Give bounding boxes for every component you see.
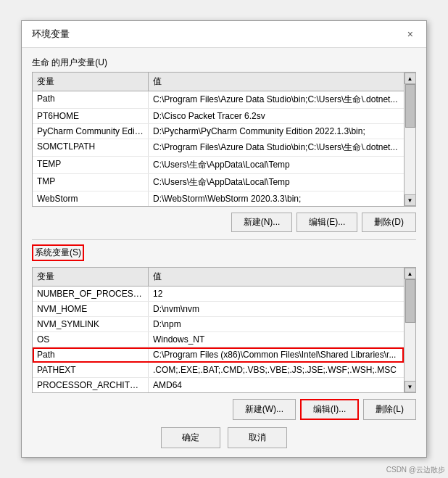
user-row-var: PyCharm Community Editi... bbox=[33, 124, 149, 139]
sys-row-val: C:\Program Files (x86)\Common Files\Inte… bbox=[149, 347, 404, 362]
system-scroll-up[interactable]: ▲ bbox=[405, 268, 416, 279]
user-row-val: C:\Users\生命\AppData\Local\Temp bbox=[149, 157, 404, 173]
user-row-var: Path bbox=[33, 91, 149, 108]
system-table-body: NUMBER_OF_PROCESSORS 12 NVM_HOME D:\nvm\… bbox=[33, 287, 415, 392]
sys-row-val: .COM;.EXE;.BAT;.CMD;.VBS;.VBE;.JS;.JSE;.… bbox=[149, 363, 404, 377]
system-new-button[interactable]: 新建(W)... bbox=[233, 399, 296, 420]
system-scrollbar[interactable]: ▲ ▼ bbox=[404, 268, 415, 392]
content-area: 生命 的用户变量(U) 变量 值 Path C:\Program Files\A… bbox=[22, 48, 426, 457]
user-row-val: C:\Users\生命\AppData\Local\Temp bbox=[149, 174, 404, 191]
user-row-var: TEMP bbox=[33, 157, 149, 173]
sys-row-var: OS bbox=[33, 332, 149, 347]
table-row[interactable]: SOMCTLPATH C:\Program Files\Azure Data S… bbox=[33, 139, 404, 157]
section-divider bbox=[32, 239, 416, 240]
system-delete-button[interactable]: 删除(L) bbox=[363, 399, 416, 420]
user-button-row: 新建(N)... 编辑(E)... 删除(D) bbox=[32, 213, 416, 232]
env-variables-window: 环境变量 × 生命 的用户变量(U) 变量 值 Path C:\Program … bbox=[21, 20, 427, 458]
user-edit-button[interactable]: 编辑(E)... bbox=[296, 213, 357, 232]
sys-row-val: Windows_NT bbox=[149, 332, 404, 347]
sys-row-var: NUMBER_OF_PROCESSORS bbox=[33, 287, 149, 301]
user-scroll-down[interactable]: ▼ bbox=[405, 194, 416, 206]
sys-row-var: NVM_SYMLINK bbox=[33, 317, 149, 331]
user-col-var: 变量 bbox=[33, 73, 149, 91]
user-col-val: 值 bbox=[149, 73, 404, 91]
window-title: 环境变量 bbox=[32, 28, 70, 41]
table-row[interactable]: Path C:\Program Files\Azure Data Studio\… bbox=[33, 91, 404, 109]
table-row[interactable]: PROCESSOR_ARCHITECT... AMD64 bbox=[33, 378, 404, 392]
user-row-var: WebStorm bbox=[33, 191, 149, 206]
user-row-var: TMP bbox=[33, 174, 149, 191]
table-row[interactable]: PT6HOME D:\Cisco Packet Tracer 6.2sv bbox=[33, 109, 404, 124]
system-scroll-down[interactable]: ▼ bbox=[405, 381, 416, 392]
system-section-label-wrapper: 系统变量(S) bbox=[32, 244, 416, 264]
user-row-var: PT6HOME bbox=[33, 109, 149, 123]
sys-row-var: Path bbox=[33, 347, 149, 362]
table-row[interactable]: PATHEXT .COM;.EXE;.BAT;.CMD;.VBS;.VBE;.J… bbox=[33, 363, 404, 378]
system-scroll-track bbox=[405, 279, 415, 381]
close-button[interactable]: × bbox=[403, 27, 418, 41]
table-row[interactable]: TMP C:\Users\生命\AppData\Local\Temp bbox=[33, 174, 404, 191]
user-delete-button[interactable]: 删除(D) bbox=[362, 213, 416, 232]
sys-row-val: D:\npm bbox=[149, 317, 404, 331]
system-col-var: 变量 bbox=[33, 268, 149, 286]
user-row-val: C:\Program Files\Azure Data Studio\bin;C… bbox=[149, 91, 404, 108]
sys-row-val: AMD64 bbox=[149, 378, 404, 392]
ok-button[interactable]: 确定 bbox=[161, 427, 220, 448]
table-row[interactable]: NVM_HOME D:\nvm\nvm bbox=[33, 302, 404, 317]
system-variables-table: 变量 值 NUMBER_OF_PROCESSORS 12 NVM_HOME D:… bbox=[32, 267, 416, 393]
user-scroll-thumb[interactable] bbox=[405, 84, 415, 128]
sys-row-val: D:\nvm\nvm bbox=[149, 302, 404, 316]
system-scroll-thumb[interactable] bbox=[405, 279, 415, 323]
user-scrollbar[interactable]: ▲ ▼ bbox=[404, 73, 415, 206]
user-section-label: 生命 的用户变量(U) bbox=[32, 57, 416, 69]
footer-buttons: 确定 取消 bbox=[32, 427, 416, 448]
system-col-val: 值 bbox=[149, 268, 404, 286]
table-row[interactable]: NUMBER_OF_PROCESSORS 12 bbox=[33, 287, 404, 302]
table-row[interactable]: TEMP C:\Users\生命\AppData\Local\Temp bbox=[33, 157, 404, 174]
table-row[interactable]: WebStorm D:\WebStorm\WebStorm 2020.3.3\b… bbox=[33, 191, 404, 206]
system-edit-button[interactable]: 编辑(I)... bbox=[300, 399, 359, 420]
user-row-var: SOMCTLPATH bbox=[33, 139, 149, 156]
user-row-val: C:\Program Files\Azure Data Studio\bin;C… bbox=[149, 139, 404, 156]
sys-row-var: PATHEXT bbox=[33, 363, 149, 377]
title-bar: 环境变量 × bbox=[22, 21, 426, 48]
system-section-label: 系统变量(S) bbox=[32, 244, 84, 261]
table-row[interactable]: Path C:\Program Files (x86)\Common Files… bbox=[33, 347, 404, 363]
table-row[interactable]: PyCharm Community Editi... D:\Pycharm\Py… bbox=[33, 124, 404, 139]
sys-row-val: 12 bbox=[149, 287, 404, 301]
user-row-val: D:\Pycharm\PyCharm Community Edition 202… bbox=[149, 124, 404, 139]
user-table-body: Path C:\Program Files\Azure Data Studio\… bbox=[33, 91, 415, 206]
cancel-button[interactable]: 取消 bbox=[228, 427, 287, 448]
table-row[interactable]: OS Windows_NT bbox=[33, 332, 404, 347]
sys-row-var: NVM_HOME bbox=[33, 302, 149, 316]
user-new-button[interactable]: 新建(N)... bbox=[231, 213, 293, 232]
user-variables-table: 变量 值 Path C:\Program Files\Azure Data St… bbox=[32, 72, 416, 207]
user-table-header: 变量 值 bbox=[33, 73, 415, 91]
user-row-val: D:\WebStorm\WebStorm 2020.3.3\bin; bbox=[149, 191, 404, 206]
table-row[interactable]: NVM_SYMLINK D:\npm bbox=[33, 317, 404, 332]
sys-row-var: PROCESSOR_ARCHITECT... bbox=[33, 378, 149, 392]
user-scroll-up[interactable]: ▲ bbox=[405, 73, 416, 84]
system-table-header: 变量 值 bbox=[33, 268, 415, 287]
watermark: CSDN @云边散步 bbox=[386, 465, 445, 475]
system-button-row: 新建(W)... 编辑(I)... 删除(L) bbox=[32, 399, 416, 420]
user-scroll-track bbox=[405, 84, 415, 194]
user-row-val: D:\Cisco Packet Tracer 6.2sv bbox=[149, 109, 404, 123]
